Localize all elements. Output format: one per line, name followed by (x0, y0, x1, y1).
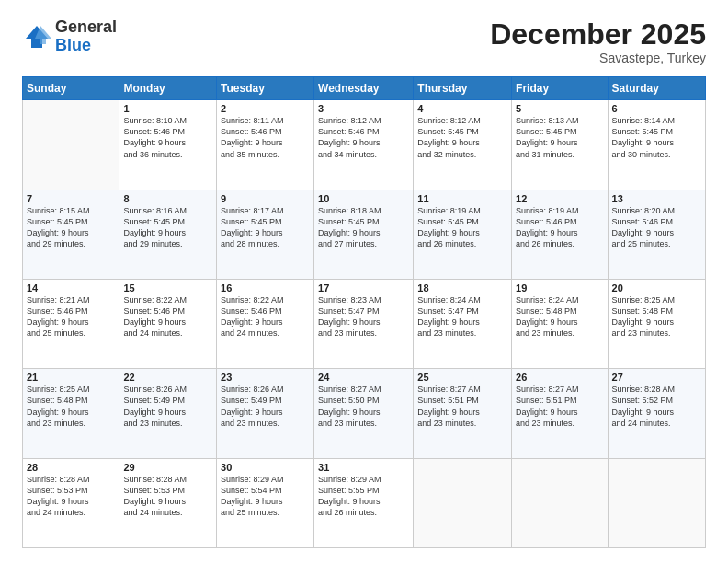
calendar-cell: 1Sunrise: 8:10 AM Sunset: 5:46 PM Daylig… (119, 100, 217, 190)
calendar-cell: 21Sunrise: 8:25 AM Sunset: 5:48 PM Dayli… (23, 369, 119, 458)
day-content: Sunrise: 8:24 AM Sunset: 5:48 PM Dayligh… (516, 294, 603, 339)
calendar-cell (414, 458, 512, 547)
calendar-cell: 7Sunrise: 8:15 AM Sunset: 5:45 PM Daylig… (23, 190, 119, 279)
calendar-table: Sunday Monday Tuesday Wednesday Thursday… (22, 76, 706, 548)
calendar-cell: 15Sunrise: 8:22 AM Sunset: 5:46 PM Dayli… (119, 279, 217, 368)
day-content: Sunrise: 8:27 AM Sunset: 5:51 PM Dayligh… (417, 384, 507, 429)
day-number: 17 (318, 282, 409, 293)
week-row-4: 28Sunrise: 8:28 AM Sunset: 5:53 PM Dayli… (23, 458, 706, 547)
calendar-cell (512, 458, 608, 547)
day-content: Sunrise: 8:28 AM Sunset: 5:53 PM Dayligh… (123, 474, 212, 519)
calendar-cell: 3Sunrise: 8:12 AM Sunset: 5:46 PM Daylig… (314, 100, 414, 190)
day-content: Sunrise: 8:13 AM Sunset: 5:45 PM Dayligh… (516, 115, 603, 160)
week-row-0: 1Sunrise: 8:10 AM Sunset: 5:46 PM Daylig… (23, 100, 706, 190)
day-number: 11 (417, 193, 507, 204)
day-number: 12 (516, 193, 603, 204)
calendar-cell: 13Sunrise: 8:20 AM Sunset: 5:46 PM Dayli… (608, 190, 705, 279)
page: General Blue December 2025 Savastepe, Tu… (0, 0, 728, 563)
logo-text: General Blue (55, 18, 117, 55)
calendar-cell: 9Sunrise: 8:17 AM Sunset: 5:45 PM Daylig… (217, 190, 314, 279)
col-monday: Monday (119, 77, 217, 100)
day-content: Sunrise: 8:19 AM Sunset: 5:45 PM Dayligh… (417, 205, 507, 250)
calendar-cell: 20Sunrise: 8:25 AM Sunset: 5:48 PM Dayli… (608, 279, 705, 368)
col-sunday: Sunday (23, 77, 119, 100)
day-content: Sunrise: 8:27 AM Sunset: 5:50 PM Dayligh… (318, 384, 409, 429)
day-content: Sunrise: 8:16 AM Sunset: 5:45 PM Dayligh… (123, 205, 212, 250)
day-number: 23 (221, 372, 310, 383)
calendar-cell: 25Sunrise: 8:27 AM Sunset: 5:51 PM Dayli… (414, 369, 512, 458)
calendar-cell: 22Sunrise: 8:26 AM Sunset: 5:49 PM Dayli… (119, 369, 217, 458)
col-saturday: Saturday (608, 77, 705, 100)
calendar-cell (608, 458, 705, 547)
calendar-cell: 10Sunrise: 8:18 AM Sunset: 5:45 PM Dayli… (314, 190, 414, 279)
day-content: Sunrise: 8:27 AM Sunset: 5:51 PM Dayligh… (516, 384, 603, 429)
day-number: 27 (612, 372, 701, 383)
title-block: December 2025 Savastepe, Turkey (490, 18, 706, 65)
calendar-cell: 28Sunrise: 8:28 AM Sunset: 5:53 PM Dayli… (23, 458, 119, 547)
day-content: Sunrise: 8:12 AM Sunset: 5:46 PM Dayligh… (318, 115, 409, 160)
day-content: Sunrise: 8:20 AM Sunset: 5:46 PM Dayligh… (612, 205, 701, 250)
day-number: 7 (27, 193, 115, 204)
day-number: 5 (516, 103, 603, 114)
calendar-cell: 29Sunrise: 8:28 AM Sunset: 5:53 PM Dayli… (119, 458, 217, 547)
day-number: 3 (318, 103, 409, 114)
col-friday: Friday (512, 77, 608, 100)
day-number: 15 (123, 282, 212, 293)
calendar-cell: 16Sunrise: 8:22 AM Sunset: 5:46 PM Dayli… (217, 279, 314, 368)
day-number: 20 (612, 282, 701, 293)
day-content: Sunrise: 8:18 AM Sunset: 5:45 PM Dayligh… (318, 205, 409, 250)
day-content: Sunrise: 8:26 AM Sunset: 5:49 PM Dayligh… (123, 384, 212, 429)
calendar-cell: 11Sunrise: 8:19 AM Sunset: 5:45 PM Dayli… (414, 190, 512, 279)
day-number: 19 (516, 282, 603, 293)
day-content: Sunrise: 8:29 AM Sunset: 5:54 PM Dayligh… (221, 474, 310, 519)
calendar-cell: 23Sunrise: 8:26 AM Sunset: 5:49 PM Dayli… (217, 369, 314, 458)
day-content: Sunrise: 8:22 AM Sunset: 5:46 PM Dayligh… (123, 294, 212, 339)
calendar-cell: 6Sunrise: 8:14 AM Sunset: 5:45 PM Daylig… (608, 100, 705, 190)
logo-general: General (55, 18, 117, 37)
logo: General Blue (22, 18, 117, 55)
day-number: 24 (318, 372, 409, 383)
day-number: 18 (417, 282, 507, 293)
calendar-cell: 14Sunrise: 8:21 AM Sunset: 5:46 PM Dayli… (23, 279, 119, 368)
week-row-1: 7Sunrise: 8:15 AM Sunset: 5:45 PM Daylig… (23, 190, 706, 279)
day-number: 2 (221, 103, 310, 114)
day-number: 4 (417, 103, 507, 114)
calendar-cell: 2Sunrise: 8:11 AM Sunset: 5:46 PM Daylig… (217, 100, 314, 190)
calendar-cell: 24Sunrise: 8:27 AM Sunset: 5:50 PM Dayli… (314, 369, 414, 458)
day-content: Sunrise: 8:25 AM Sunset: 5:48 PM Dayligh… (27, 384, 115, 429)
calendar-cell: 27Sunrise: 8:28 AM Sunset: 5:52 PM Dayli… (608, 369, 705, 458)
day-number: 14 (27, 282, 115, 293)
day-number: 22 (123, 372, 212, 383)
day-number: 21 (27, 372, 115, 383)
calendar-cell: 17Sunrise: 8:23 AM Sunset: 5:47 PM Dayli… (314, 279, 414, 368)
day-content: Sunrise: 8:21 AM Sunset: 5:46 PM Dayligh… (27, 294, 115, 339)
day-number: 6 (612, 103, 701, 114)
week-row-3: 21Sunrise: 8:25 AM Sunset: 5:48 PM Dayli… (23, 369, 706, 458)
day-number: 8 (123, 193, 212, 204)
day-content: Sunrise: 8:25 AM Sunset: 5:48 PM Dayligh… (612, 294, 701, 339)
week-row-2: 14Sunrise: 8:21 AM Sunset: 5:46 PM Dayli… (23, 279, 706, 368)
day-content: Sunrise: 8:29 AM Sunset: 5:55 PM Dayligh… (318, 474, 409, 519)
calendar-cell (23, 100, 119, 190)
calendar-cell: 30Sunrise: 8:29 AM Sunset: 5:54 PM Dayli… (217, 458, 314, 547)
col-wednesday: Wednesday (314, 77, 414, 100)
day-number: 16 (221, 282, 310, 293)
day-content: Sunrise: 8:28 AM Sunset: 5:52 PM Dayligh… (612, 384, 701, 429)
calendar-cell: 12Sunrise: 8:19 AM Sunset: 5:46 PM Dayli… (512, 190, 608, 279)
calendar-cell: 4Sunrise: 8:12 AM Sunset: 5:45 PM Daylig… (414, 100, 512, 190)
calendar-cell: 26Sunrise: 8:27 AM Sunset: 5:51 PM Dayli… (512, 369, 608, 458)
logo-icon (22, 22, 51, 52)
calendar-cell: 5Sunrise: 8:13 AM Sunset: 5:45 PM Daylig… (512, 100, 608, 190)
header: General Blue December 2025 Savastepe, Tu… (22, 18, 706, 65)
day-number: 9 (221, 193, 310, 204)
day-content: Sunrise: 8:23 AM Sunset: 5:47 PM Dayligh… (318, 294, 409, 339)
day-content: Sunrise: 8:15 AM Sunset: 5:45 PM Dayligh… (27, 205, 115, 250)
day-number: 29 (123, 462, 212, 473)
day-number: 28 (27, 462, 115, 473)
col-thursday: Thursday (414, 77, 512, 100)
day-content: Sunrise: 8:24 AM Sunset: 5:47 PM Dayligh… (417, 294, 507, 339)
day-number: 31 (318, 462, 409, 473)
calendar-cell: 18Sunrise: 8:24 AM Sunset: 5:47 PM Dayli… (414, 279, 512, 368)
day-content: Sunrise: 8:28 AM Sunset: 5:53 PM Dayligh… (27, 474, 115, 519)
calendar-cell: 31Sunrise: 8:29 AM Sunset: 5:55 PM Dayli… (314, 458, 414, 547)
